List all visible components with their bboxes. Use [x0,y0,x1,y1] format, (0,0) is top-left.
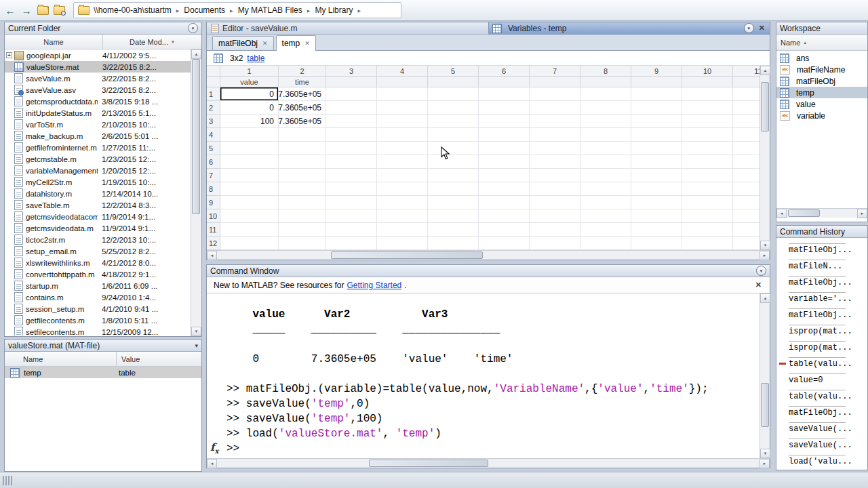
scroll-down-button[interactable]: ▼ [760,449,770,458]
grid-cell[interactable] [428,237,479,250]
grid-cell[interactable] [377,142,428,155]
grid-cell[interactable] [682,237,733,250]
grid-cell[interactable] [530,196,580,209]
grid-cell[interactable] [530,115,580,128]
grid-cell[interactable] [682,196,733,209]
grid-cell[interactable] [479,169,530,182]
file-row[interactable]: getcmsvideodatacombine...11/9/2014 9:1..… [5,211,191,222]
grid-cell[interactable] [733,169,760,182]
grid-cell[interactable] [631,155,682,169]
grid-cell[interactable]: 7.3605e+05 [279,101,326,115]
file-row[interactable]: tictoc2str.m12/2/2013 10:... [5,234,191,245]
grid-cell[interactable] [220,196,279,209]
grid-cell[interactable] [631,223,682,237]
grid-cell[interactable] [530,223,580,237]
scrollbar-thumb[interactable] [788,209,820,217]
command-window-titlebar[interactable]: Command Window ▼ [207,265,770,277]
grid-cell[interactable] [326,101,377,115]
grid-row-header[interactable]: 11 [207,223,220,237]
grid-cell[interactable] [682,155,733,169]
grid-cell[interactable] [326,87,377,101]
grid-column-header[interactable]: 3 [326,66,377,77]
command-line[interactable]: >> saveValue('temp',0) [226,396,760,411]
scrollbar-track[interactable] [191,59,201,327]
history-item[interactable]: matFileObj... [776,304,867,321]
grid-cell[interactable] [479,87,530,101]
grid-cell[interactable] [279,196,326,209]
scrollbar-thumb[interactable] [761,383,769,427]
file-row[interactable]: saveValue.m3/22/2015 8:2... [5,73,191,84]
fx-function-hints-button[interactable]: fx [210,440,218,458]
grid-cell[interactable] [580,128,631,142]
grid-cell[interactable] [580,223,631,237]
grid-cell[interactable] [530,101,580,115]
grid-cell[interactable] [682,87,733,101]
grid-cell[interactable] [479,182,530,196]
grid-cell[interactable] [377,155,428,169]
file-row[interactable]: myCell2Str.m1/19/2015 10:... [5,176,191,188]
grid-selected-cell[interactable]: 0 [220,87,279,101]
grid-variable-name-header[interactable] [479,77,530,87]
grid-cell[interactable] [479,115,530,128]
file-row[interactable]: variableManagement.m1/20/2015 12:... [5,165,191,176]
matfile-column-name[interactable]: Name [5,352,116,366]
grid-row-header[interactable]: 1 [207,87,220,101]
file-row[interactable]: valueStore.mat3/22/2015 8:2... [5,61,191,73]
history-item[interactable]: isprop(mat... [776,337,867,353]
expander-icon[interactable]: + [6,52,12,58]
scroll-up-button[interactable]: ▲ [191,49,201,59]
workspace-horizontal-scrollbar[interactable]: ◄ ► [776,208,867,218]
grid-cell[interactable] [220,128,279,142]
file-row[interactable]: getfilecontents.m1/8/2010 5:11 ... [5,314,191,326]
grid-cell[interactable]: 7.3605e+05 [279,87,326,101]
grid-column-header[interactable]: 7 [530,66,580,77]
grid-variable-name-header[interactable] [580,77,631,87]
grid-cell[interactable] [733,101,760,115]
grid-column-header[interactable]: 5 [428,66,479,77]
grid-cell[interactable] [530,142,580,155]
grid-cell[interactable] [479,142,530,155]
history-item[interactable]: table(valu... [776,386,867,402]
grid-cell[interactable] [733,142,760,155]
command-window-content[interactable]: value Var2 Var3 _____ __________ _______… [207,293,760,458]
grid-cell[interactable] [377,182,428,196]
command-window-menu-button[interactable]: ▼ [756,266,766,276]
file-row[interactable]: +googleapi.jar4/11/2002 9:5... [5,49,191,61]
grid-variable-name-header[interactable]: time [279,77,326,87]
grid-cell[interactable]: 7.3605e+05 [279,115,326,128]
breadcrumb-segment[interactable]: My MATLAB Files [238,5,302,15]
grid-variable-name-header[interactable] [428,77,479,87]
grid-cell[interactable] [530,209,580,223]
workspace-item-matFileName[interactable]: matFileName [776,64,867,75]
file-row[interactable]: getcmsvideodata.m11/9/2014 9:1... [5,222,191,234]
grid-cell[interactable] [326,237,377,250]
grid-row-header[interactable]: 12 [207,237,220,250]
file-row[interactable]: startup.m1/6/2011 6:09 ... [5,280,191,291]
workspace-item-temp[interactable]: temp [776,87,867,98]
grid-cell[interactable] [326,223,377,237]
grid-column-header[interactable]: 10 [682,66,733,77]
back-button[interactable]: ← [3,3,18,18]
grid-cell[interactable] [682,142,733,155]
grid-cell[interactable] [377,196,428,209]
scroll-down-button[interactable]: ▼ [760,241,770,250]
history-item[interactable]: matFileObj... [776,272,867,288]
grid-cell[interactable] [733,196,760,209]
file-row[interactable]: initUpdateStatus.m2/13/2015 5:1... [5,107,191,119]
grid-cell[interactable] [733,115,760,128]
grid-cell[interactable]: 0 [220,101,279,115]
file-row[interactable]: session_setup.m4/1/2010 9:41 ... [5,303,191,314]
grid-column-header[interactable]: 6 [479,66,530,77]
command-line[interactable]: >> saveValue('temp',100) [226,411,760,426]
grid-cell[interactable] [682,115,733,128]
scroll-left-button[interactable]: ◄ [776,209,787,218]
grid-column-header[interactable]: 2 [279,66,326,77]
grid-cell[interactable] [733,128,760,142]
file-row[interactable]: contains.m9/24/2010 1:4... [5,291,191,303]
grid-variable-name-header[interactable] [682,77,733,87]
grid-cell[interactable] [733,237,760,250]
grid-cell[interactable] [326,142,377,155]
grid-cell[interactable] [530,182,580,196]
grid-cell[interactable]: 100 [220,115,279,128]
variables-close-button[interactable]: ✕ [757,24,766,33]
